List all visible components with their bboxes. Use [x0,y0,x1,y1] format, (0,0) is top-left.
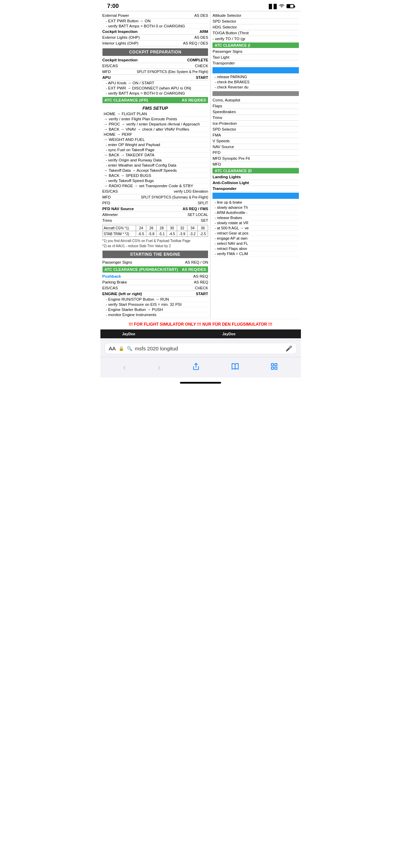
eis-cas-2-row: EIS/CAS verify LDG Elevation [102,189,208,194]
at-500ft: - at 500 ft AGL → ve [212,226,299,231]
coms-autopilot-row: Coms, Autopilot [212,97,299,103]
trims-right-label: Trims [212,116,222,120]
mfd-2-label: MFD [102,195,141,199]
passenger-signs-right-row: Passenger Signs [212,49,299,55]
browser-bar: AA 🔒 🔍 msfs 2020 longitud 🎤 [100,340,301,357]
exterior-lights-value: AS DES [194,35,208,39]
fms-enter-weather: - enter Weather and Takeoff Config Data [102,163,208,168]
blue-divider-1 [212,67,299,73]
engine-verify-pressure: - verify Start Pressure on EIS = min. 32… [102,302,208,307]
fms-verify-speed-bugs: - verify Takeoff Speed Bugs [102,178,208,183]
parking-brake-value: AS REQ [194,280,208,284]
fms-back-speed-bugs: → BACK → SPEED BUGS [102,173,208,178]
gray-divider [212,91,299,96]
mfd-2-row: MFD SPLIT SYNOPTICS (Summary & Pre-Fligh… [102,194,208,200]
transponder-label-1: Transponder [212,61,235,65]
transponder-label-2: Transponder [212,186,236,191]
dark-footer: JayDee JayDee [100,329,301,338]
exterior-lights-row: Exterior Lights (OHP) AS DES [102,35,208,40]
pfd-right-row: PFD [212,150,299,156]
fms-setup-header: FMS SETUP [102,104,208,111]
exterior-lights-label: Exterior Lights (OHP) [102,35,194,39]
cg-28: 28 [157,225,167,231]
passenger-signs-value: AS REQ / ON [185,260,208,264]
stab-45: -4.5 [167,231,177,237]
interior-lights-row: Interior Lights (OHP) AS REQ / DES [102,40,208,46]
hdg-selector-row: HDG Selector [212,24,299,30]
altimeter-label: Altimeter [102,213,187,217]
back-button[interactable]: ‹ [120,361,130,374]
line-up-brake: - line up & brake [212,200,299,205]
hdg-selector-label: HDG Selector [212,25,237,29]
atc-clearance-pushback: ATC CLEARANCE (PUSHBACK/START) AS REQ/DE… [102,266,208,273]
flaps-label: Flaps [212,104,222,108]
pushback-row: Pushback AS REQ [102,274,208,279]
verify-batt-amps-2: - verify BATT Amps = BOTH 0 or CHARGING [102,91,208,96]
forward-button[interactable]: › [154,361,164,374]
mic-icon[interactable]: 🎤 [285,345,292,352]
spd-selector-right-label: SPD Selector [212,127,236,131]
pfd-label: PFD [102,201,198,205]
pushback-value: AS REQ [193,274,208,278]
eis-cas-2-label: EIS/CAS [102,189,174,193]
spd-selector-right-row: SPD Selector [212,126,299,132]
trims-right-row: Trims [212,115,299,121]
verify-fma: - verify FMA = CLIM [212,251,299,256]
apu-row: APU START [102,75,208,81]
atc-clearance-right-2: ATC CLEARANCE (D [212,168,299,173]
fms-radio-page: → RADIO PAGE → set Transponder Code & ST… [102,183,208,189]
passenger-signs-row: Passenger Signs AS REQ / ON [102,260,208,265]
fms-verify-enter: → verify / enter Flight Plan Enroute Poi… [102,117,208,122]
rotate-vr: - slowly rotate at VR [212,220,299,226]
url-text[interactable]: msfs 2020 longitud [135,346,283,351]
pfd-row: PFD SPLIT [102,200,208,206]
stab-58: -5.8 [146,231,157,237]
tabs-button[interactable] [267,361,281,374]
footer-logo-center [175,331,182,337]
transponder-row-1: Transponder [212,60,299,66]
right-column: Altitude Selector SPD Selector HDG Selec… [210,11,301,319]
altimeter-row: Altimeter SET LOCAL [102,212,208,218]
footer-logo-far [276,331,282,337]
ice-protection-row: Ice-Protection [212,121,299,126]
mfd-label: MFD [102,70,137,74]
time-display: 7:00 [107,3,119,10]
svg-rect-3 [271,367,274,369]
url-bar[interactable]: AA 🔒 🔍 msfs 2020 longitud 🎤 [105,343,297,354]
emer-lts-value: ARM [199,29,208,34]
left-column: External Power AS DES - EXT PWR Button →… [100,11,211,319]
signal-icon: ▐▌█ [267,4,277,9]
svg-rect-1 [271,363,274,365]
atc-clearance-ifr-label: ATC CLEARANCE (IFR) [105,98,148,102]
cg-30: 30 [167,225,177,231]
passenger-signs-label: Passenger Signs [102,260,185,264]
speedbrakes-row: Speedbrakes [212,109,299,115]
trims-label: Trims [102,218,201,222]
eis-cas-label: EIS/CAS [102,64,195,68]
bookmarks-button[interactable] [228,361,242,374]
passenger-signs-right-label: Passenger Signs [212,49,242,53]
pfd-value: SPLIT [198,201,208,205]
verify-to-row: - verify TO / TO (gr [212,36,299,42]
arm-autothrottle: - ARM Autothrottle - [212,210,299,215]
retract-gear: - retract Gear at pos [212,231,299,236]
cg-26: 26 [146,225,157,231]
engine-label: ENGINE (left or right) [102,292,196,296]
stab-32: -3.2 [187,231,198,237]
fms-home-perf: HOME → PERF [102,132,208,137]
share-button[interactable] [189,361,203,373]
footnote-2: *2) as of AAU1 - reduce Stab Trim Value … [102,243,208,249]
stab-trim-label: STAB TRIM * *2) [102,231,136,237]
svg-rect-2 [275,363,277,365]
aa-label[interactable]: AA [109,346,116,351]
spd-selector-label: SPD Selector [212,19,236,23]
ext-pwr-disconnect: - EXT PWR → DISCONNECT (when APU is ON) [102,86,208,91]
engine-run-stop: - Engine RUN/STOP Button → RUN [102,297,208,302]
advance-throttle: - slowly advance Th [212,205,299,210]
fms-op-weight: - enter OP Weight and Payload [102,142,208,147]
engine-row: ENGINE (left or right) START [102,291,208,297]
external-power-value: AS DES [194,13,208,17]
pfd-nav-value: AS REQ / FMS [183,207,208,211]
parking-brake-row: Parking Brake AS REQ [102,279,208,285]
bottom-nav: ‹ › [100,357,301,377]
